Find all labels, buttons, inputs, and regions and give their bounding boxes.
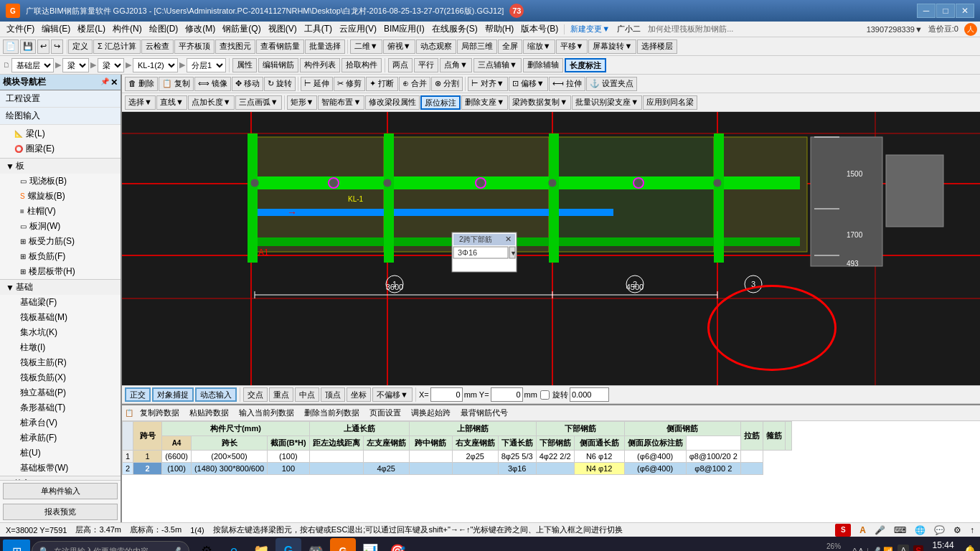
td-left-bar-1[interactable] xyxy=(309,451,363,463)
tb3-split[interactable]: ⊗ 分割 xyxy=(431,77,463,91)
tb4-del-support[interactable]: 删除支座▼ xyxy=(461,95,508,110)
menu-component[interactable]: 构件(N) xyxy=(109,22,146,36)
td-right-bar-1[interactable] xyxy=(409,451,452,463)
btn-paste-span[interactable]: 粘贴跨数据 xyxy=(186,407,232,419)
tb1-undo[interactable]: ↩ xyxy=(37,39,50,54)
td-left-dist-1[interactable]: (100) xyxy=(268,451,310,463)
tb4-line[interactable]: 直线▼ xyxy=(156,95,187,110)
tb1-screen-rotate[interactable]: 屏幕旋转▼ xyxy=(588,39,636,54)
td-right-bar-2[interactable] xyxy=(409,463,452,475)
tb1-dynamic[interactable]: 动态观察 xyxy=(416,39,456,54)
td-bot-thru-1[interactable]: 2φ25 xyxy=(452,451,498,463)
menu-bim[interactable]: BIM应用(I) xyxy=(380,22,428,36)
menu-cloud[interactable]: 云应用(V) xyxy=(336,22,380,36)
maximize-btn[interactable]: □ xyxy=(936,4,955,18)
menu-new-change[interactable]: 新建变更▼ xyxy=(567,23,613,35)
tb1-batch-sel[interactable]: 批量选择 xyxy=(305,39,345,54)
tb2-edit-rebar[interactable]: 编辑钢筋 xyxy=(258,58,298,72)
tb4-batch-id-support[interactable]: 批量识别梁支座▼ xyxy=(572,95,642,110)
nav-item-col-base[interactable]: 柱墩(I) xyxy=(0,340,121,355)
td-side-thru-2[interactable] xyxy=(536,463,574,475)
tb1-redo[interactable]: ↪ xyxy=(51,39,63,54)
single-comp-btn[interactable]: 单构件输入 xyxy=(3,483,118,499)
menu-modify[interactable]: 修改(M) xyxy=(182,22,219,36)
tb4-copy-span[interactable]: 梁跨数据复制▼ xyxy=(509,95,571,110)
tb4-apply-same-name[interactable]: 应用到同名梁 xyxy=(643,95,697,110)
snap-vertex[interactable]: 顶点 xyxy=(321,387,345,402)
nav-float-btn[interactable]: 📌 xyxy=(100,77,109,88)
tb2-two-point[interactable]: 两点 xyxy=(388,58,413,72)
nav-item-pile-cap[interactable]: 桩承台(V) xyxy=(0,415,121,430)
tb3-break[interactable]: ✦ 打断 xyxy=(366,77,397,91)
tb1-calc[interactable]: Σ 汇总计算 xyxy=(93,39,141,54)
td-span-1[interactable]: 1 xyxy=(133,451,162,463)
td-stirrup-1[interactable]: φ8@100/20 2 xyxy=(686,451,740,463)
nav-item-eng-setup[interactable]: 工程设置 xyxy=(0,90,121,108)
btn-del-col[interactable]: 删除当前列数据 xyxy=(301,407,363,419)
close-btn[interactable]: ✕ xyxy=(956,4,974,18)
td-side-pos-1[interactable]: N6 φ12 xyxy=(574,451,624,463)
nav-item-iso-found[interactable]: 独立基础(P) xyxy=(0,385,121,400)
tb3-set-anchor[interactable]: ⚓ 设置夹点 xyxy=(586,77,637,91)
menu-tools[interactable]: 工具(T) xyxy=(301,22,336,36)
nav-item-sump[interactable]: 集水坑(K) xyxy=(0,325,121,340)
snap-endpoint[interactable]: 重点 xyxy=(269,387,293,402)
tb3-stretch[interactable]: ⟻ 拉伸 xyxy=(549,77,585,91)
btn-copy-span[interactable]: 复制跨数据 xyxy=(136,407,183,419)
snap-intersection[interactable]: 交点 xyxy=(243,387,268,402)
td-pull-1[interactable]: (φ6@400) xyxy=(624,451,686,463)
table-row[interactable]: 1 1 (6600) (200×500) (100) 2φ25 8φ25 5/3 xyxy=(123,451,792,463)
component-type-dropdown[interactable]: 梁 xyxy=(62,58,89,72)
btn-input-col[interactable]: 输入当前列数据 xyxy=(235,407,298,419)
td-left-bar-2[interactable] xyxy=(309,463,363,475)
nav-item-col-cap[interactable]: ≡ 柱帽(V) xyxy=(0,204,121,219)
td-mid-bar-2[interactable]: 4φ25 xyxy=(363,463,409,475)
taskbar-app-game[interactable]: 🎮 xyxy=(303,538,329,551)
nav-item-board-stress[interactable]: ⊞ 板受力筋(S) xyxy=(0,234,121,249)
menu-view[interactable]: 视图(V) xyxy=(265,22,301,36)
tb2-pick-comp[interactable]: 拾取构件 xyxy=(341,58,382,72)
tb3-align[interactable]: ⊢ 对齐▼ xyxy=(468,77,508,91)
tb2-comp-list[interactable]: 构件列表 xyxy=(300,58,340,72)
tb1-view-rebar[interactable]: 查看钢筋量 xyxy=(256,39,304,54)
nav-item-beam[interactable]: 📐 梁(L) xyxy=(0,126,121,141)
snap-dynamic[interactable]: 动态输入 xyxy=(195,387,237,402)
rotate-input[interactable] xyxy=(570,387,609,402)
nav-close-btn[interactable]: ✕ xyxy=(110,77,118,88)
tb3-merge[interactable]: ⊕ 合并 xyxy=(399,77,430,91)
beam-type-dropdown[interactable]: 梁 xyxy=(98,58,124,72)
menu-version[interactable]: 版本号(B) xyxy=(517,22,562,36)
tb3-move[interactable]: ✥ 移动 xyxy=(232,77,263,91)
tb3-rotate[interactable]: ↻ 旋转 xyxy=(264,77,296,91)
menu-price[interactable]: 造价豆:0 xyxy=(928,24,958,34)
tb3-trim[interactable]: ✂ 修剪 xyxy=(334,77,365,91)
menu-edit[interactable]: 编辑(E) xyxy=(38,22,74,36)
tb4-select[interactable]: 选择▼ xyxy=(125,95,156,110)
tb1-pan[interactable]: 平移▼ xyxy=(556,39,588,54)
snap-ortho[interactable]: 正交 xyxy=(125,387,151,402)
btn-page-setup[interactable]: 页面设置 xyxy=(366,407,405,419)
tb2-3pt-axis[interactable]: 三点辅轴▼ xyxy=(473,58,522,72)
tb4-in-situ-mark[interactable]: 原位标注 xyxy=(420,95,461,110)
td-pull-2[interactable]: (φ6@400) xyxy=(624,463,686,475)
taskbar-app-settings[interactable]: ⚙ xyxy=(194,538,220,551)
tb1-find[interactable]: 查找图元 xyxy=(215,39,255,54)
nav-item-board-neg[interactable]: ⊞ 板负筋(F) xyxy=(0,249,121,264)
nav-group-foundation[interactable]: ▼ 基础 xyxy=(0,279,121,295)
tb4-modify-seg-prop[interactable]: 修改梁段属性 xyxy=(365,95,420,110)
beam-name-dropdown[interactable]: KL-1(2) xyxy=(133,58,178,72)
taskbar-app-edge[interactable]: e xyxy=(221,538,247,551)
nav-item-raft-neg[interactable]: 筏板负筋(X) xyxy=(0,370,121,385)
nav-item-raft-found[interactable]: 筏板基础(M) xyxy=(0,310,121,325)
tb1-new[interactable]: 📄 xyxy=(3,39,19,54)
drawing-area[interactable]: 3600 4500 1500 1700 493 1 xyxy=(122,112,980,385)
tb3-extend[interactable]: ⊢ 延伸 xyxy=(301,77,333,91)
taskbar-app-ggj[interactable]: G xyxy=(330,538,356,551)
tb1-save[interactable]: 💾 xyxy=(20,39,36,54)
snap-obj-snap[interactable]: 对象捕捉 xyxy=(152,387,194,402)
td-side-thru-1[interactable]: 4φ22 2/2 xyxy=(536,451,574,463)
tb4-rect[interactable]: 矩形▼ xyxy=(287,95,318,110)
td-stirrup-2[interactable]: φ8@100 2 xyxy=(686,463,740,475)
tb1-level-top[interactable]: 平齐板顶 xyxy=(174,39,215,54)
taskbar-app-g[interactable]: G xyxy=(275,538,301,551)
